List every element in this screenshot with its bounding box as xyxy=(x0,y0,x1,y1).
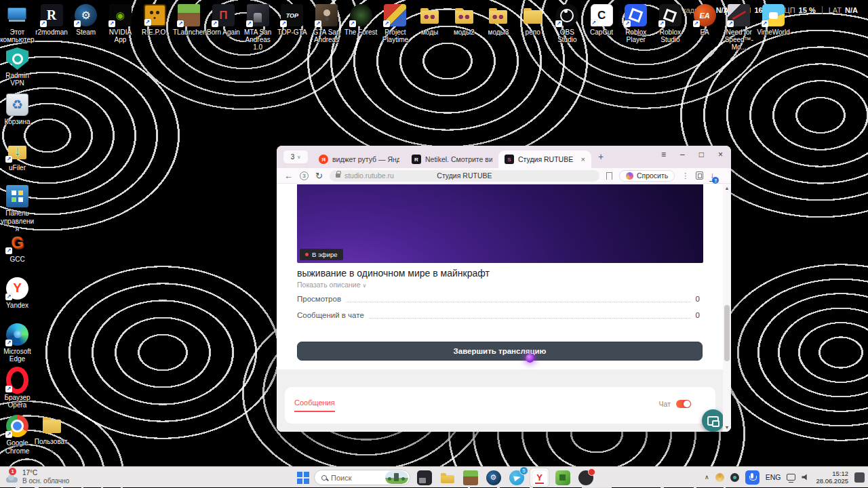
taskbar-app[interactable] xyxy=(415,468,433,487)
desktop-icon[interactable]: моды2 xyxy=(447,4,481,52)
desktop-icon-label: R.E.P.O. xyxy=(138,28,172,36)
app-icon xyxy=(6,4,28,26)
desktop-icon[interactable]: Roblox Studio xyxy=(653,4,688,52)
desktop-icon[interactable]: Этот компьютер xyxy=(0,4,35,52)
desktop-icon[interactable]: Steam xyxy=(68,4,103,52)
tab-list-button[interactable]: 3 ∨ xyxy=(283,150,308,163)
address-bar[interactable]: studio.rutube.ru Студия RUTUBE xyxy=(330,170,599,182)
back-button[interactable]: ← xyxy=(284,171,293,180)
desktop-icon-label: Корзина xyxy=(0,118,35,125)
collections-icon[interactable] xyxy=(696,171,703,180)
desktop-icon[interactable]: The Forest xyxy=(344,4,378,52)
scroll-down-arrow-icon[interactable]: ▼ xyxy=(723,425,731,430)
reload-button[interactable]: ↻ xyxy=(315,171,323,180)
browser-tab-1[interactable]: Я виджет рутуб — Яндекс: xyxy=(313,150,406,168)
desktop-icon[interactable]: R.E.P.O. xyxy=(138,4,172,52)
taskbar-center: Поиск 5 xyxy=(297,468,595,487)
desktop-icon[interactable]: VimeWorld xyxy=(756,4,791,52)
desktop-icon[interactable]: GCC xyxy=(0,231,35,277)
start-button[interactable] xyxy=(297,472,309,484)
more-options-icon[interactable]: ⋮ xyxy=(682,171,689,180)
shortcut-arrow-icon xyxy=(5,293,12,300)
desktop-icon[interactable]: репо xyxy=(515,4,550,52)
app-icon xyxy=(418,4,441,26)
window-controls: ≡ – □ × xyxy=(661,150,723,159)
desktop-icon[interactable]: моды3 xyxy=(481,4,516,52)
tray-app-icon[interactable] xyxy=(715,473,724,482)
desktop-icon-label: Roblox Player xyxy=(618,28,653,43)
chat-toggle[interactable] xyxy=(676,400,691,408)
close-window-button[interactable]: × xyxy=(718,150,723,159)
new-tab-button[interactable]: + xyxy=(598,151,604,162)
taskbar-app[interactable] xyxy=(576,468,595,487)
taskbar-app[interactable] xyxy=(438,468,456,487)
mouse-cursor xyxy=(526,354,534,363)
taskbar-app[interactable] xyxy=(553,468,572,487)
tray-chevron-up-icon[interactable]: ∧ xyxy=(705,474,709,481)
shortcut-arrow-icon xyxy=(144,19,151,26)
desktop-icon[interactable]: MTA San Andreas 1.0 xyxy=(241,4,275,52)
desktop-icon[interactable]: Microsoft Edge xyxy=(0,323,35,369)
notification-center-icon[interactable] xyxy=(854,472,865,483)
browser-menu-icon[interactable]: ≡ xyxy=(661,150,666,159)
ask-ai-button[interactable]: Спросить xyxy=(619,170,675,182)
desktop-icon[interactable]: CapCut xyxy=(585,4,619,52)
close-tab-icon[interactable]: × xyxy=(580,155,585,163)
scroll-up-arrow-icon[interactable]: ▲ xyxy=(723,186,731,190)
desktop-icon[interactable]: r2modman xyxy=(35,4,69,52)
desktop-icon[interactable]: моды xyxy=(412,4,447,52)
downloads-button[interactable]: ↓ 3 xyxy=(710,171,714,180)
browser-tab-3-active[interactable]: S Студия RUTUBE × xyxy=(498,150,591,168)
end-stream-button[interactable]: Завершить трансляцию xyxy=(297,342,703,361)
app-icon xyxy=(384,4,406,26)
app-icon xyxy=(728,4,750,26)
desktop-icon-label: OBS Studio xyxy=(550,28,585,43)
live-badge-label: В эфире xyxy=(312,251,338,258)
desktop-icon-user-folder[interactable]: Пользоват... xyxy=(34,413,69,453)
desktop-icon[interactable]: Roblox Player xyxy=(618,4,653,52)
desktop-icon[interactable]: OBS Studio xyxy=(550,4,585,52)
desktop-icon[interactable]: uFiler xyxy=(0,140,35,186)
scrollbar-thumb[interactable] xyxy=(724,305,730,361)
show-description-link[interactable]: Показать описание ∨ xyxy=(297,281,366,289)
bookmark-flag-icon[interactable] xyxy=(606,172,612,180)
maximize-button[interactable]: □ xyxy=(699,150,704,159)
shortcut-arrow-icon xyxy=(658,20,665,27)
volume-icon[interactable] xyxy=(802,474,810,481)
desktop-icon[interactable]: Браузер Opera xyxy=(0,369,35,415)
desktop-icon[interactable]: EA xyxy=(688,4,722,52)
desktop-icon[interactable]: TOP-GTA xyxy=(275,4,310,52)
desktop-icon[interactable]: Born Again xyxy=(206,4,241,52)
weather-widget[interactable]: 1 17°C В осн. облачно xyxy=(3,468,84,487)
desktop-icon[interactable]: GTA San Andreas xyxy=(309,4,344,52)
tray-app-icon[interactable] xyxy=(730,473,739,482)
desktop-icon[interactable]: Yandex xyxy=(0,277,35,323)
taskbar-app[interactable]: 5 xyxy=(507,468,526,487)
network-icon[interactable] xyxy=(787,474,795,481)
desktop-icon[interactable]: TLauncher xyxy=(172,4,206,52)
taskbar-search-box[interactable]: Поиск xyxy=(314,470,410,485)
desktop-icon[interactable]: Radmin VPN xyxy=(0,47,35,94)
microphone-indicator-icon[interactable] xyxy=(745,470,760,485)
desktop-icon[interactable]: Project Playtime xyxy=(378,4,413,52)
desktop-icon[interactable]: NVIDIA App xyxy=(103,4,138,52)
browser-tab-2[interactable]: R Netikel. Смотрите видео xyxy=(406,150,498,168)
stream-preview[interactable]: В эфире xyxy=(297,184,703,263)
taskbar-app[interactable] xyxy=(461,468,479,487)
stream-stats: Просмотров 0 Сообщений в чате 0 xyxy=(297,291,700,323)
shortcut-arrow-icon xyxy=(40,20,47,27)
support-chat-fab[interactable] xyxy=(702,409,724,432)
minimize-button[interactable]: – xyxy=(680,150,685,159)
desktop-icon[interactable]: Панель управления xyxy=(0,185,35,231)
rutube-favicon: R xyxy=(412,155,421,164)
taskbar-app[interactable] xyxy=(530,468,549,487)
taskbar-app[interactable] xyxy=(484,468,502,487)
page-scrollbar[interactable]: ▲ ▼ xyxy=(723,184,731,432)
desktop-icon[interactable]: Google Chrome xyxy=(0,415,35,461)
keyboard-language[interactable]: ENG xyxy=(766,473,781,481)
clock[interactable]: 15:12 28.06.2025 xyxy=(816,470,848,485)
desktop-icon[interactable]: Need for Speed™-Mo... xyxy=(722,4,756,52)
tab-messages[interactable]: Сообщения xyxy=(294,399,335,412)
nav-circle-badge[interactable]: 3 xyxy=(300,171,309,180)
desktop-icon[interactable]: Корзина xyxy=(0,94,35,140)
